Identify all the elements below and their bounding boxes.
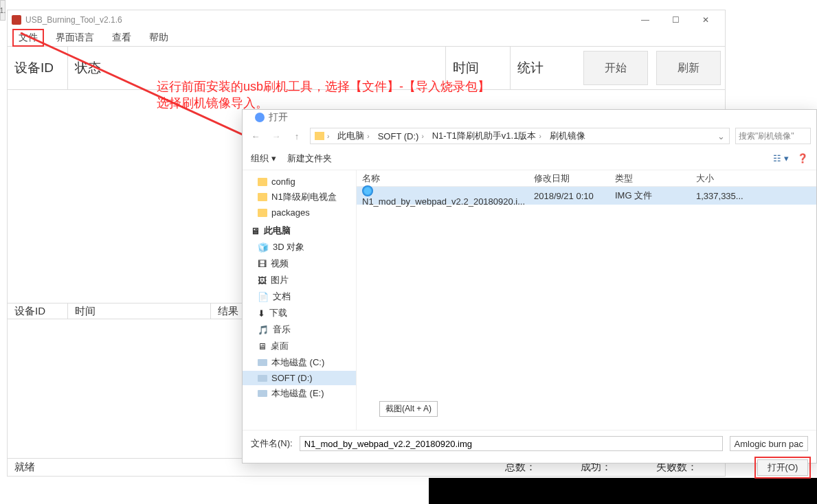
- tree-item-disk-e[interactable]: 本地磁盘 (E:): [243, 385, 356, 402]
- window-titlebar[interactable]: USB_Burning_Tool_v2.1.6 — ☐ ✕: [8, 10, 725, 30]
- col2-time[interactable]: 时间: [68, 303, 211, 319]
- tree-item-packages[interactable]: packages: [243, 205, 356, 220]
- view-mode-button[interactable]: ☷ ▾: [773, 153, 789, 163]
- file-size: 1,337,335...: [691, 189, 816, 203]
- help-button[interactable]: ❓: [797, 153, 808, 163]
- header-type[interactable]: 类型: [609, 170, 691, 186]
- breadcrumb[interactable]: › 此电脑› SOFT (D:)› N1-T1降刷机助手v1.1版本› 刷机镜像…: [310, 128, 730, 144]
- new-folder-button[interactable]: 新建文件夹: [287, 152, 332, 165]
- start-button[interactable]: 开始: [583, 51, 648, 85]
- close-button[interactable]: ✕: [691, 10, 721, 30]
- file-row[interactable]: N1_mod_by_webpad_v2.2_20180920.i... 2018…: [357, 187, 816, 205]
- file-open-dialog: 打开 ← → ↑ › 此电脑› SOFT (D:)› N1-T1降刷机助手v1.…: [242, 109, 817, 463]
- tree-item-videos[interactable]: 🎞 视频: [243, 255, 356, 272]
- tree-item-documents[interactable]: 📄 文档: [243, 288, 356, 305]
- search-input[interactable]: 搜索"刷机镜像": [735, 128, 811, 144]
- folder-tree[interactable]: config N1降级刷电视盒 packages 🖥 此电脑 🧊 3D 对象 🎞…: [243, 170, 357, 430]
- annotation-text: 运行前面安装的usb刷机工具，选择【文件】-【导入烧录包】 选择刷机镜像导入。: [157, 78, 490, 111]
- dialog-toolbar: 组织 ▾ 新建文件夹 ☷ ▾ ❓: [243, 147, 816, 170]
- dialog-title: 打开: [269, 111, 288, 124]
- tree-item-downloads[interactable]: ⬇ 下载: [243, 305, 356, 321]
- menu-view[interactable]: 查看: [108, 31, 135, 45]
- folder-icon: [315, 132, 324, 140]
- open-button[interactable]: 打开(O): [757, 459, 808, 476]
- col-stat[interactable]: 统计: [511, 47, 579, 89]
- tree-item-n1box[interactable]: N1降级刷电视盒: [243, 189, 356, 205]
- maximize-button[interactable]: ☐: [660, 10, 691, 30]
- filename-input[interactable]: [300, 436, 723, 451]
- app-icon: [12, 15, 21, 25]
- tree-item-disk-c[interactable]: 本地磁盘 (C:): [243, 354, 356, 371]
- file-name: N1_mod_by_webpad_v2.2_20180920.i...: [362, 196, 525, 207]
- tree-item-disk-d[interactable]: SOFT (D:): [243, 371, 356, 385]
- tree-item-music[interactable]: 🎵 音乐: [243, 321, 356, 338]
- tree-item-3d-objects[interactable]: 🧊 3D 对象: [243, 239, 356, 255]
- file-list[interactable]: 名称 修改日期 类型 大小 N1_mod_by_webpad_v2.2_2018…: [357, 170, 816, 430]
- header-size[interactable]: 大小: [691, 170, 816, 186]
- crumb-dropdown-icon[interactable]: ⌄: [713, 131, 729, 141]
- tree-item-this-pc[interactable]: 🖥 此电脑: [243, 222, 356, 239]
- menu-help[interactable]: 帮助: [145, 31, 172, 45]
- nav-forward-button[interactable]: →: [269, 128, 284, 144]
- nav-up-button[interactable]: ↑: [289, 128, 304, 144]
- nav-back-button[interactable]: ←: [248, 128, 263, 144]
- tree-item-desktop[interactable]: 🖥 桌面: [243, 338, 356, 354]
- file-filter-dropdown[interactable]: Amlogic burn pac: [730, 436, 808, 451]
- organize-button[interactable]: 组织 ▾: [251, 152, 276, 165]
- minimize-button[interactable]: —: [630, 10, 660, 30]
- filename-label: 文件名(N):: [251, 437, 293, 450]
- col-device-id[interactable]: 设备ID: [8, 47, 68, 89]
- address-bar-row: ← → ↑ › 此电脑› SOFT (D:)› N1-T1降刷机助手v1.1版本…: [243, 125, 816, 147]
- dialog-icon: [255, 113, 265, 122]
- tooltip-screenshot: 截图(Alt + A): [379, 401, 438, 417]
- window-title: USB_Burning_Tool_v2.1.6: [25, 15, 122, 25]
- dialog-titlebar[interactable]: 打开: [243, 110, 816, 125]
- img-file-icon: [362, 185, 373, 196]
- file-date: 2018/9/21 0:10: [528, 189, 609, 203]
- tree-item-pictures[interactable]: 🖼 图片: [243, 272, 356, 288]
- menu-file[interactable]: 文件: [14, 31, 42, 45]
- status-ready: 就绪: [8, 461, 42, 474]
- refresh-button[interactable]: 刷新: [656, 51, 721, 85]
- header-date[interactable]: 修改日期: [528, 170, 609, 186]
- tree-item-config[interactable]: config: [243, 174, 356, 189]
- menu-bar: 文件 界面语言 查看 帮助: [8, 30, 725, 46]
- file-type: IMG 文件: [609, 187, 691, 204]
- col2-device-id[interactable]: 设备ID: [8, 303, 68, 319]
- menu-language[interactable]: 界面语言: [52, 31, 98, 45]
- left-tab-strip: 1.: [0, 0, 5, 21]
- filename-row: 文件名(N): Amlogic burn pac: [243, 430, 816, 457]
